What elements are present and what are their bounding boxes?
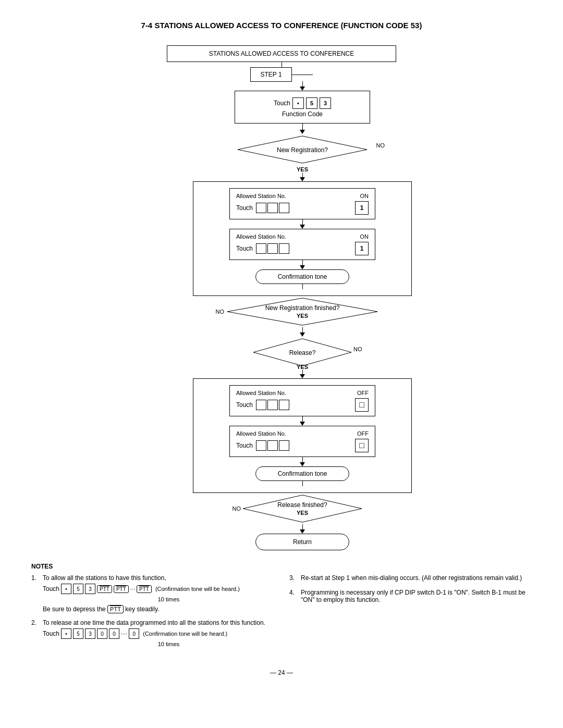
note2: 2. To release at one time the data progr… [31,619,274,647]
allowed-station-off-label2: Allowed Station No. [236,430,286,437]
key-squares2 [256,243,289,254]
touch-label2: Touch [236,204,253,212]
note2-key-dot: • [61,628,71,639]
allowed-station-off-header2: Allowed Station No. OFF [236,430,369,437]
new-registration-diamond-wrapper: New Registration? NO YES [235,134,370,173]
note2-touch-row: Touch • 5 3 0 0 ···· 0 (Confirmation ton… [43,628,274,639]
connector-v11 [302,481,303,486]
note1-confirmation: (Confirmation tone will be heard.) [155,586,240,592]
key-squares4 [256,440,289,451]
arrow-down10 [300,529,305,534]
note2-key-3: 3 [85,628,95,639]
off-label1: OFF [357,390,369,396]
confirmation-tone-label1: Confirmation tone [278,273,327,280]
connector-v1 [302,81,303,87]
svg-text:YES: YES [297,313,308,319]
notes-col-right: 3. Re-start at Step 1 when mis-dialing o… [289,574,532,653]
connector-v9 [302,416,303,422]
svg-text:NO: NO [232,505,241,512]
svg-text:Release finished?: Release finished? [277,501,327,509]
arrow-down7 [300,374,305,378]
note4-content: Programming is necessary only if CP DIP … [301,589,532,603]
off-box2: □ [355,439,369,452]
function-code-box: Touch • 5 3 Function Code [235,91,370,124]
release-diamond-wrapper: Release? NO YES [235,337,370,370]
note2-confirmation: (Confirmation tone will be heard.) [143,631,227,637]
sq6 [279,243,289,254]
arrow-down6 [300,332,305,337]
svg-text:NO: NO [216,309,225,315]
step1-connector [292,75,313,75]
allowed-station-touch1: Touch 1 [236,201,369,215]
note1-num: 1. [31,574,40,613]
connector-v2 [302,124,303,130]
note1-ptt2: PTT [114,585,129,593]
note3-text: Re-start at Step 1 when mis-dialing occu… [301,574,532,582]
off-box1: □ [355,398,369,412]
note1-extra-text2: key steadily. [125,606,159,613]
off-label2: OFF [357,430,369,437]
note1: 1. To allow all the stations to have thi… [31,574,274,613]
note2-key-5: 5 [73,628,83,639]
note4-text: Programming is necessary only if CP DIP … [301,589,532,603]
note1-key-dot: • [61,584,71,594]
note1-times: 10 times [64,596,274,602]
note2-text: To release at one time the data programm… [43,619,274,626]
note3-num: 3. [289,574,298,582]
svg-text:New Registration?: New Registration? [277,146,328,154]
arrow-down5 [300,265,305,269]
note1-content: To allow all the stations to have this f… [43,574,274,613]
touch-label3: Touch [236,245,253,252]
sq2 [267,203,278,213]
note1-dots: ··· [130,586,135,592]
touch-label5: Touch [236,442,253,449]
note1-key-3: 3 [85,584,95,594]
flowchart-title-text: STATIONS ALLOWED ACCESS TO CONFERENCE [209,50,354,57]
diamond-svg-release: Release? NO [235,337,370,368]
connector-v12 [302,524,303,529]
connector-v7 [302,327,303,332]
note3: 3. Re-start at Step 1 when mis-dialing o… [289,574,532,582]
confirmation-tone-label2: Confirmation tone [278,470,327,477]
arrow-down9 [300,462,305,466]
notes-columns: 1. To allow all the stations to have thi… [31,574,532,653]
arrow-down1 [300,87,305,91]
diamond-svg-new-reg-finished: New Registration finished? YES NO [193,296,412,327]
allowed-station-label1: Allowed Station No. [236,193,286,199]
allowed-station-header1: Allowed Station No. ON [236,193,369,199]
allowed-station-off-header1: Allowed Station No. OFF [236,390,369,396]
svg-marker-2 [227,298,377,325]
no-label-new-reg: NO [376,142,385,149]
svg-text:YES: YES [297,510,308,516]
key-dot: • [292,97,304,109]
on-label2: ON [360,233,369,240]
note2-num: 2. [31,619,40,647]
confirmation-tone-box2: Confirmation tone [255,466,349,481]
sq10 [256,440,266,451]
sq4 [256,243,266,254]
arrow-down4 [300,225,305,229]
return-label: Return [293,538,312,546]
allowed-station-touch2: Touch 1 [236,242,369,255]
svg-marker-9 [243,495,362,522]
release-finished-wrapper: Release finished? YES NO [193,493,412,524]
connector-line [282,62,282,67]
note2-content: To release at one time the data programm… [43,619,274,647]
sq11 [267,440,278,451]
note2-key-0a: 0 [97,628,107,639]
note2-dots: ···· [121,631,127,637]
note1-ptt1: PTT [97,585,112,593]
note1-ptt3: PTT [137,585,152,593]
step1-box: STEP 1 [250,67,292,82]
allowed-station-off-box1: Allowed Station No. OFF Touch □ [229,385,375,416]
arrow-down3 [300,177,305,181]
sq1 [256,203,266,213]
allowed-station-label2: Allowed Station No. [236,233,286,240]
sq8 [267,400,278,410]
note1-ptt-key: PTT [107,605,124,613]
note1-text: To allow all the stations to have this f… [43,574,274,582]
arrow-down8 [300,422,305,426]
note4-num: 4. [289,589,298,603]
notes-section: NOTES 1. To allow all the stations to ha… [31,563,532,653]
notes-col-left: 1. To allow all the stations to have thi… [31,574,274,653]
